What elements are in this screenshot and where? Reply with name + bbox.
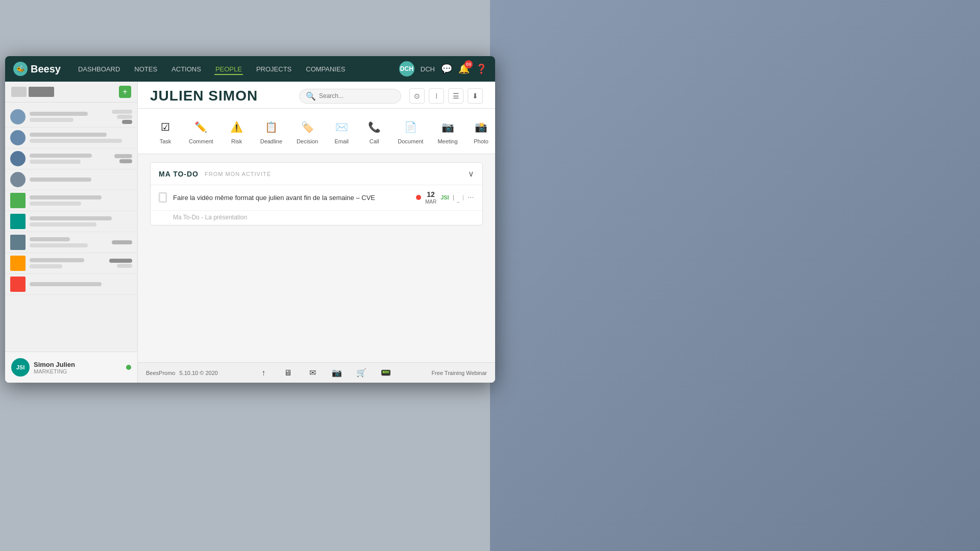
sidebar-items-list — [5, 103, 137, 299]
messages-btn[interactable]: 💬 — [441, 63, 452, 74]
toolbar-document[interactable]: 📄 Document — [391, 115, 429, 147]
sidebar-item[interactable] — [5, 190, 137, 211]
add-button[interactable]: + — [119, 86, 131, 98]
notifications-btn[interactable]: 🔔 69 — [458, 63, 470, 74]
online-indicator — [126, 365, 131, 370]
sidebar-item[interactable] — [5, 169, 137, 190]
settings-icon-btn[interactable]: ☰ — [448, 88, 463, 104]
email-label: Email — [335, 138, 349, 144]
photo-label: Photo — [474, 138, 488, 144]
todo-assignee: JSI — [440, 194, 449, 201]
current-user-role: MARKETING — [34, 368, 75, 374]
email-icon: ✉️ — [332, 118, 351, 136]
todo-sub-text: Ma To-Do - La présentation — [151, 211, 482, 225]
logo-icon: 🐝 — [13, 62, 28, 76]
taskbar-icon-6[interactable]: 📟 — [379, 366, 393, 380]
sidebar-item[interactable] — [5, 128, 137, 148]
bottom-taskbar: ↑ 🖥 ✉ 📷 🛒 📟 — [222, 366, 428, 380]
nav-people[interactable]: PEOPLE — [214, 63, 243, 75]
toolbar-photo[interactable]: 📸 Photo — [466, 115, 495, 147]
todo-date: 12 MAR — [425, 190, 436, 205]
nav-companies[interactable]: COMPANIES — [305, 63, 346, 75]
current-user-info: Simon Julien MARKETING — [34, 361, 75, 374]
app-logo[interactable]: 🐝 Beesy — [13, 62, 61, 76]
sidebar-item[interactable] — [5, 274, 137, 295]
app-window: 🐝 Beesy DASHBOARD NOTES ACTIONS PEOPLE P… — [5, 56, 495, 383]
logo-text: Beesy — [31, 63, 61, 75]
current-user-name: Simon Julien — [34, 361, 75, 368]
download-icon-btn[interactable]: ⬇ — [468, 88, 483, 104]
nav-actions[interactable]: ACTIONS — [170, 63, 202, 75]
comment-icon: ✏️ — [192, 118, 210, 136]
toolbar-task[interactable]: ☑ Task — [150, 115, 181, 147]
todo-date-month: MAR — [425, 199, 436, 205]
sidebar-item[interactable] — [5, 211, 137, 232]
document-label: Document — [398, 138, 423, 144]
taskbar-icon-2[interactable]: 🖥 — [281, 366, 295, 380]
keyboard-background — [490, 0, 980, 551]
sidebar: + — [5, 82, 138, 383]
toolbar-decision[interactable]: 🏷️ Decision — [290, 115, 324, 147]
deadline-icon: 📋 — [262, 118, 280, 136]
toolbar-deadline[interactable]: 📋 Deadline — [254, 115, 288, 147]
taskbar-icon-1[interactable]: ↑ — [256, 366, 271, 380]
nav-notes[interactable]: NOTES — [133, 63, 158, 75]
todo-subtitle: FROM MON ACTIVITÉ — [205, 171, 271, 177]
photo-icon: 📸 — [472, 118, 491, 136]
toolbar-comment[interactable]: ✏️ Comment — [183, 115, 219, 147]
todo-item-meta: 12 MAR JSI ··· — [416, 190, 474, 205]
todo-header: MA TO-DO FROM MON ACTIVITÉ ∨ — [151, 163, 482, 185]
current-user: JSI Simon Julien MARKETING — [11, 358, 131, 377]
avatar[interactable]: DCH — [399, 61, 414, 77]
bottom-left-text: BeesPromo — [146, 370, 175, 376]
toolbar-risk[interactable]: ⚠️ Risk — [222, 115, 252, 147]
svg-rect-0 — [160, 193, 166, 202]
risk-icon: ⚠️ — [228, 118, 246, 136]
taskbar-icon-5[interactable]: 🛒 — [354, 366, 369, 380]
sidebar-bottom: JSI Simon Julien MARKETING — [5, 352, 137, 383]
search-bar[interactable]: 🔍 — [299, 89, 401, 104]
todo-more-btn[interactable]: ··· — [468, 193, 474, 202]
search-input[interactable] — [319, 92, 395, 99]
task-label: Task — [160, 138, 172, 144]
todo-section: MA TO-DO FROM MON ACTIVITÉ ∨ Faire la vi… — [150, 162, 483, 226]
toolbar-meeting[interactable]: 📷 Meeting — [431, 115, 463, 147]
decision-icon: 🏷️ — [298, 118, 316, 136]
user-dropdown[interactable]: DCH — [421, 65, 435, 73]
filter-icon-btn[interactable]: ⊙ — [409, 88, 425, 104]
nav-right: DCH DCH 💬 🔔 69 ❓ — [399, 61, 487, 77]
meeting-icon: 📷 — [438, 118, 457, 136]
comment-label: Comment — [189, 138, 213, 144]
nav-dashboard[interactable]: DASHBOARD — [77, 63, 121, 75]
view-icon-btn[interactable]: ⁞ — [429, 88, 444, 104]
bottom-right-text: Free Training Webinar — [431, 370, 487, 376]
todo-chevron-icon[interactable]: ∨ — [468, 169, 474, 179]
decision-label: Decision — [297, 138, 318, 144]
taskbar-icon-4[interactable]: 📷 — [330, 366, 344, 380]
sidebar-item[interactable] — [5, 148, 137, 169]
todo-date-num: 12 — [427, 190, 435, 199]
todo-checkbox[interactable] — [159, 192, 167, 203]
risk-label: Risk — [231, 138, 242, 144]
call-label: Call — [370, 138, 379, 144]
call-icon: 📞 — [365, 118, 383, 136]
current-user-avatar: JSI — [11, 358, 30, 377]
todo-title: MA TO-DO — [159, 170, 199, 178]
todo-item: Faire la vidéo même format que julien av… — [151, 185, 482, 211]
toolbar: ☑ Task ✏️ Comment ⚠️ Risk 📋 Deadline 🏷️ — [138, 109, 495, 154]
priority-dot — [416, 195, 421, 200]
sidebar-item[interactable] — [5, 253, 137, 274]
page-header: JULIEN SIMON 🔍 ⊙ ⁞ ☰ ⬇ — [138, 82, 495, 109]
nav-projects[interactable]: PROJECTS — [255, 63, 292, 75]
taskbar-icon-3[interactable]: ✉ — [305, 366, 320, 380]
notification-badge: 69 — [464, 60, 473, 68]
toolbar-call[interactable]: 📞 Call — [359, 115, 389, 147]
toolbar-email[interactable]: ✉️ Email — [326, 115, 357, 147]
bottom-bar: BeesPromo 5.10.10 © 2020 ↑ 🖥 ✉ 📷 🛒 📟 Fre… — [138, 362, 495, 383]
deadline-label: Deadline — [260, 138, 282, 144]
sidebar-item[interactable] — [5, 107, 137, 128]
sidebar-item[interactable] — [5, 232, 137, 253]
todo-item-text: Faire la vidéo même format que julien av… — [173, 194, 410, 202]
help-btn[interactable]: ❓ — [476, 63, 487, 74]
task-icon: ☑ — [156, 118, 175, 136]
